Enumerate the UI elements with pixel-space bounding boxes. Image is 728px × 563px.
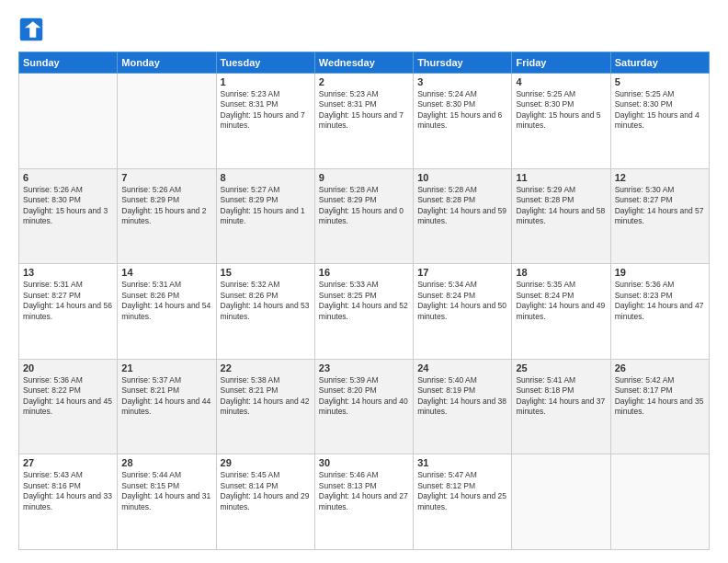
- weekday-header: Monday: [118, 52, 216, 74]
- day-number: 15: [221, 267, 311, 278]
- weekday-header: Sunday: [19, 52, 118, 74]
- day-number: 23: [319, 362, 409, 373]
- cell-info: Sunrise: 5:36 AM Sunset: 8:23 PM Dayligh…: [615, 280, 705, 322]
- calendar-cell: 2Sunrise: 5:23 AM Sunset: 8:31 PM Daylig…: [314, 74, 413, 169]
- calendar-cell: 29Sunrise: 5:45 AM Sunset: 8:14 PM Dayli…: [216, 454, 314, 550]
- calendar-cell: 15Sunrise: 5:32 AM Sunset: 8:26 PM Dayli…: [216, 264, 314, 360]
- cell-info: Sunrise: 5:43 AM Sunset: 8:16 PM Dayligh…: [23, 470, 113, 512]
- cell-info: Sunrise: 5:41 AM Sunset: 8:18 PM Dayligh…: [516, 375, 606, 418]
- calendar-cell: 13Sunrise: 5:31 AM Sunset: 8:27 PM Dayli…: [19, 264, 118, 360]
- calendar-cell: 19Sunrise: 5:36 AM Sunset: 8:23 PM Dayli…: [610, 264, 709, 360]
- day-number: 2: [319, 76, 409, 87]
- day-number: 9: [319, 172, 409, 183]
- cell-info: Sunrise: 5:44 AM Sunset: 8:15 PM Dayligh…: [121, 470, 211, 512]
- day-number: 7: [121, 172, 211, 183]
- weekday-header: Tuesday: [216, 52, 314, 74]
- header: [18, 17, 710, 42]
- calendar-header-row: SundayMondayTuesdayWednesdayThursdayFrid…: [19, 52, 710, 74]
- cell-info: Sunrise: 5:40 AM Sunset: 8:19 PM Dayligh…: [417, 375, 507, 418]
- calendar-cell: 16Sunrise: 5:33 AM Sunset: 8:25 PM Dayli…: [314, 264, 413, 360]
- cell-info: Sunrise: 5:23 AM Sunset: 8:31 PM Dayligh…: [221, 89, 311, 132]
- cell-info: Sunrise: 5:34 AM Sunset: 8:24 PM Dayligh…: [417, 280, 507, 322]
- calendar-cell: 31Sunrise: 5:47 AM Sunset: 8:12 PM Dayli…: [414, 454, 512, 550]
- day-number: 29: [221, 457, 311, 468]
- calendar-cell: [118, 74, 216, 169]
- day-number: 16: [319, 267, 409, 278]
- day-number: 21: [121, 362, 211, 373]
- calendar-cell: 12Sunrise: 5:30 AM Sunset: 8:27 PM Dayli…: [610, 168, 709, 264]
- day-number: 24: [417, 362, 507, 373]
- calendar-cell: 24Sunrise: 5:40 AM Sunset: 8:19 PM Dayli…: [414, 359, 512, 454]
- calendar-cell: 10Sunrise: 5:28 AM Sunset: 8:28 PM Dayli…: [414, 168, 512, 264]
- day-number: 19: [615, 267, 705, 278]
- calendar-cell: 14Sunrise: 5:31 AM Sunset: 8:26 PM Dayli…: [118, 264, 216, 360]
- day-number: 14: [121, 267, 211, 278]
- cell-info: Sunrise: 5:28 AM Sunset: 8:29 PM Dayligh…: [319, 185, 409, 227]
- calendar-cell: 23Sunrise: 5:39 AM Sunset: 8:20 PM Dayli…: [314, 359, 413, 454]
- calendar-cell: 20Sunrise: 5:36 AM Sunset: 8:22 PM Dayli…: [19, 359, 118, 454]
- day-number: 13: [23, 267, 113, 278]
- day-number: 8: [221, 172, 311, 183]
- calendar-cell: 7Sunrise: 5:26 AM Sunset: 8:29 PM Daylig…: [118, 168, 216, 264]
- day-number: 5: [615, 76, 705, 87]
- calendar-cell: 18Sunrise: 5:35 AM Sunset: 8:24 PM Dayli…: [512, 264, 610, 360]
- cell-info: Sunrise: 5:30 AM Sunset: 8:27 PM Dayligh…: [615, 185, 705, 227]
- calendar-table: SundayMondayTuesdayWednesdayThursdayFrid…: [18, 52, 710, 550]
- cell-info: Sunrise: 5:25 AM Sunset: 8:30 PM Dayligh…: [516, 89, 606, 132]
- day-number: 20: [23, 362, 113, 373]
- cell-info: Sunrise: 5:31 AM Sunset: 8:27 PM Dayligh…: [23, 280, 113, 322]
- day-number: 18: [516, 267, 606, 278]
- calendar-cell: 5Sunrise: 5:25 AM Sunset: 8:30 PM Daylig…: [610, 74, 709, 169]
- day-number: 10: [417, 172, 507, 183]
- cell-info: Sunrise: 5:46 AM Sunset: 8:13 PM Dayligh…: [319, 470, 409, 512]
- cell-info: Sunrise: 5:32 AM Sunset: 8:26 PM Dayligh…: [221, 280, 311, 322]
- day-number: 25: [516, 362, 606, 373]
- day-number: 4: [516, 76, 606, 87]
- weekday-header: Friday: [512, 52, 610, 74]
- cell-info: Sunrise: 5:33 AM Sunset: 8:25 PM Dayligh…: [319, 280, 409, 322]
- weekday-header: Saturday: [610, 52, 709, 74]
- cell-info: Sunrise: 5:45 AM Sunset: 8:14 PM Dayligh…: [221, 470, 311, 512]
- cell-info: Sunrise: 5:24 AM Sunset: 8:30 PM Dayligh…: [417, 89, 507, 132]
- calendar-cell: 27Sunrise: 5:43 AM Sunset: 8:16 PM Dayli…: [19, 454, 118, 550]
- day-number: 28: [121, 457, 211, 468]
- calendar-week-row: 20Sunrise: 5:36 AM Sunset: 8:22 PM Dayli…: [19, 359, 710, 454]
- day-number: 6: [23, 172, 113, 183]
- calendar-cell: 8Sunrise: 5:27 AM Sunset: 8:29 PM Daylig…: [216, 168, 314, 264]
- cell-info: Sunrise: 5:36 AM Sunset: 8:22 PM Dayligh…: [23, 375, 113, 418]
- calendar-cell: 11Sunrise: 5:29 AM Sunset: 8:28 PM Dayli…: [512, 168, 610, 264]
- day-number: 30: [319, 457, 409, 468]
- calendar-cell: 25Sunrise: 5:41 AM Sunset: 8:18 PM Dayli…: [512, 359, 610, 454]
- cell-info: Sunrise: 5:35 AM Sunset: 8:24 PM Dayligh…: [516, 280, 606, 322]
- calendar-cell: 26Sunrise: 5:42 AM Sunset: 8:17 PM Dayli…: [610, 359, 709, 454]
- cell-info: Sunrise: 5:39 AM Sunset: 8:20 PM Dayligh…: [319, 375, 409, 418]
- day-number: 26: [615, 362, 705, 373]
- calendar-week-row: 27Sunrise: 5:43 AM Sunset: 8:16 PM Dayli…: [19, 454, 710, 550]
- calendar-week-row: 1Sunrise: 5:23 AM Sunset: 8:31 PM Daylig…: [19, 74, 710, 169]
- day-number: 31: [417, 457, 507, 468]
- day-number: 3: [417, 76, 507, 87]
- cell-info: Sunrise: 5:27 AM Sunset: 8:29 PM Dayligh…: [221, 185, 311, 227]
- logo: [18, 17, 50, 42]
- cell-info: Sunrise: 5:26 AM Sunset: 8:29 PM Dayligh…: [121, 185, 211, 227]
- calendar-cell: 30Sunrise: 5:46 AM Sunset: 8:13 PM Dayli…: [314, 454, 413, 550]
- day-number: 27: [23, 457, 113, 468]
- cell-info: Sunrise: 5:23 AM Sunset: 8:31 PM Dayligh…: [319, 89, 409, 132]
- weekday-header: Wednesday: [314, 52, 413, 74]
- calendar-cell: [19, 74, 118, 169]
- weekday-header: Thursday: [414, 52, 512, 74]
- calendar-week-row: 6Sunrise: 5:26 AM Sunset: 8:30 PM Daylig…: [19, 168, 710, 264]
- logo-icon: [18, 17, 44, 42]
- page: SundayMondayTuesdayWednesdayThursdayFrid…: [0, 0, 728, 563]
- cell-info: Sunrise: 5:37 AM Sunset: 8:21 PM Dayligh…: [121, 375, 211, 418]
- day-number: 17: [417, 267, 507, 278]
- calendar-cell: 1Sunrise: 5:23 AM Sunset: 8:31 PM Daylig…: [216, 74, 314, 169]
- calendar-cell: 17Sunrise: 5:34 AM Sunset: 8:24 PM Dayli…: [414, 264, 512, 360]
- cell-info: Sunrise: 5:38 AM Sunset: 8:21 PM Dayligh…: [221, 375, 311, 418]
- cell-info: Sunrise: 5:25 AM Sunset: 8:30 PM Dayligh…: [615, 89, 705, 132]
- cell-info: Sunrise: 5:47 AM Sunset: 8:12 PM Dayligh…: [417, 470, 507, 512]
- calendar-cell: 9Sunrise: 5:28 AM Sunset: 8:29 PM Daylig…: [314, 168, 413, 264]
- day-number: 11: [516, 172, 606, 183]
- day-number: 22: [221, 362, 311, 373]
- calendar-cell: 6Sunrise: 5:26 AM Sunset: 8:30 PM Daylig…: [19, 168, 118, 264]
